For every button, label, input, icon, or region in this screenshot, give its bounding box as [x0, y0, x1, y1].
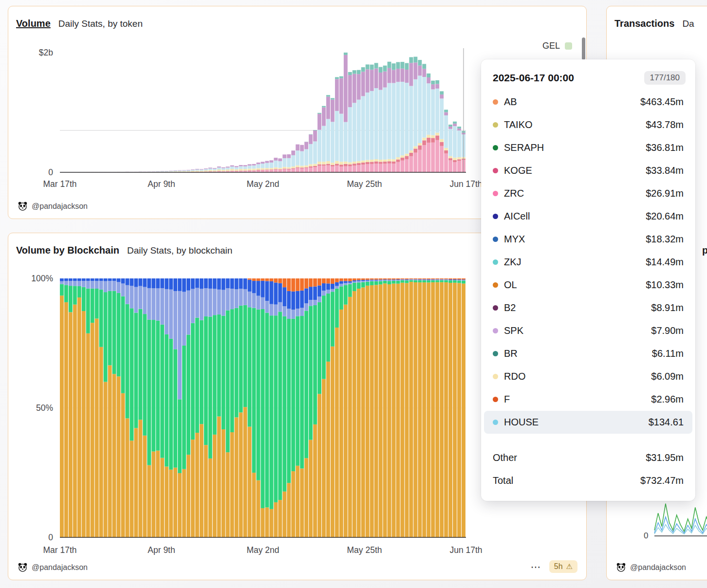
token-value: $43.78m: [646, 119, 684, 130]
x-tick-label: May 2nd: [246, 545, 279, 555]
tooltip-rows: AB$463.45mTAIKO$43.78mSERAPH$36.81mKOGE$…: [481, 91, 695, 434]
panel-blockchain-footer-actions: ⋯ 5h ⚠: [531, 560, 577, 573]
token-value: $6.11m: [652, 348, 684, 359]
panel-transactions-title[interactable]: Transactions: [614, 18, 674, 29]
panel-blockchain-subtitle: Daily Stats, by blockchain: [127, 245, 233, 256]
attribution-blockchain[interactable]: @pandajackson: [18, 563, 88, 572]
token-value: $8.91m: [651, 302, 684, 313]
panel-blockchain-title[interactable]: Volume by Blockchain: [16, 245, 119, 256]
token-label: F: [504, 394, 510, 405]
token-color-dot: [493, 282, 498, 288]
panda-icon: [18, 563, 27, 572]
x-tick-label: Jun 17th: [449, 179, 482, 189]
token-value: $2.96m: [651, 394, 684, 405]
panel-blockchain-header: Volume by Blockchain Daily Stats, by blo…: [16, 245, 232, 256]
tooltip-row-zrc: ZRC$26.91m: [481, 182, 695, 205]
token-label: TAIKO: [504, 119, 533, 130]
token-color-dot: [493, 259, 498, 265]
token-label: OL: [504, 279, 517, 291]
token-value: $26.91m: [646, 188, 684, 199]
tooltip-row-seraph: SERAPH$36.81m: [481, 136, 695, 159]
summary-value: $732.47m: [640, 475, 684, 486]
tooltip-summary: Other$31.95mTotal$732.47m: [481, 446, 695, 492]
attribution-volume[interactable]: @pandajackson: [18, 202, 88, 211]
summary-label: Other: [493, 452, 517, 463]
token-label: SPK: [504, 325, 523, 336]
token-color-dot: [493, 237, 498, 242]
y-tick-label: 0: [48, 533, 53, 542]
attribution-handle: @pandajackson: [32, 202, 88, 211]
token-label: AICell: [504, 211, 530, 222]
token-color-dot: [493, 351, 498, 356]
token-value: $18.32m: [646, 234, 684, 245]
x-tick-label: Apr 9th: [148, 179, 175, 189]
tooltip-timestamp: 2025-06-17 00:00: [493, 72, 574, 84]
tooltip-row-f: F$2.96m: [481, 388, 695, 411]
tooltip-row-taiko: TAIKO$43.78m: [481, 113, 695, 136]
token-color-dot: [493, 214, 498, 219]
token-color-dot: [493, 99, 498, 105]
x-tick-label: May 25th: [347, 179, 382, 189]
x-tick-label: Apr 9th: [148, 545, 175, 555]
token-value: $36.81m: [646, 142, 684, 153]
y-tick-label: 100%: [31, 274, 53, 283]
x-tick-label: May 25th: [347, 545, 382, 555]
y-tick-label: 0: [48, 167, 53, 177]
attribution-handle: @pandajackson: [630, 563, 686, 572]
staleness-badge[interactable]: 5h ⚠: [549, 560, 577, 573]
y-tick-label: 50%: [36, 403, 53, 413]
panda-icon: [616, 563, 626, 572]
bars-volume-by-token[interactable]: [60, 53, 465, 172]
x-tick-label: Jun 17th: [449, 545, 482, 555]
token-color-dot: [493, 397, 498, 402]
tooltip-counter-badge: 177/180: [644, 71, 686, 85]
token-label: BR: [504, 348, 518, 359]
y-tick-label: $2b: [39, 48, 53, 57]
more-menu-icon[interactable]: ⋯: [531, 562, 541, 572]
tooltip-row-aicell: AICell$20.64m: [481, 205, 695, 228]
token-value: $10.33m: [646, 279, 684, 291]
x-tick-label: May 2nd: [246, 179, 279, 189]
mini-chart-zero-label: 0: [644, 531, 648, 541]
legend-color-chip: [565, 42, 572, 50]
tooltip-summary-total: Total$732.47m: [481, 469, 695, 492]
tooltip-header: 2025-06-17 00:00 177/180: [481, 70, 695, 91]
legend-label: GEL: [542, 41, 560, 51]
token-color-dot: [493, 305, 498, 311]
panel-transactions-subtitle: Da: [682, 18, 694, 29]
tooltip-row-house: HOUSE$134.61: [484, 411, 692, 434]
tooltip-row-br: BR$6.11m: [481, 342, 695, 365]
staleness-text: 5h: [554, 562, 563, 571]
tooltip-row-koge: KOGE$33.84m: [481, 159, 695, 182]
token-label: KOGE: [504, 165, 532, 176]
token-label: MYX: [504, 234, 525, 245]
panel-volume-title[interactable]: Volume: [16, 18, 51, 29]
token-value: $6.09m: [651, 371, 684, 382]
dashboard: Volume Daily Stats, by token $2b0Mar 17t…: [0, 0, 707, 588]
token-label: SERAPH: [504, 142, 544, 153]
volume-legend-item-gel[interactable]: GEL: [542, 41, 572, 51]
token-label: HOUSE: [504, 417, 539, 428]
panda-icon: [18, 202, 27, 211]
token-value: $7.90m: [651, 325, 684, 336]
legend-scrollbar-thumb[interactable]: [582, 37, 585, 60]
token-color-dot: [493, 122, 498, 128]
warning-icon: ⚠: [566, 563, 573, 570]
token-label: B2: [504, 302, 516, 313]
token-color-dot: [493, 168, 498, 173]
mini-line-green: [654, 502, 707, 532]
summary-value: $31.95m: [646, 452, 684, 463]
attribution-transactions[interactable]: @pandajackson: [616, 563, 686, 572]
summary-label: Total: [493, 475, 513, 486]
panel-transactions-header: Transactions Da: [614, 18, 694, 29]
token-color-dot: [493, 374, 498, 379]
token-label: ZRC: [504, 188, 524, 199]
tooltip-row-myx: MYX$18.32m: [481, 228, 695, 251]
tooltip-row-ab: AB$463.45m: [481, 91, 695, 113]
token-value: $33.84m: [646, 165, 684, 176]
token-color-dot: [493, 420, 498, 425]
token-color-dot: [493, 145, 498, 150]
token-color-dot: [493, 191, 498, 196]
chart-tooltip: 2025-06-17 00:00 177/180 AB$463.45mTAIKO…: [481, 59, 695, 501]
tooltip-row-spk: SPK$7.90m: [481, 319, 695, 342]
